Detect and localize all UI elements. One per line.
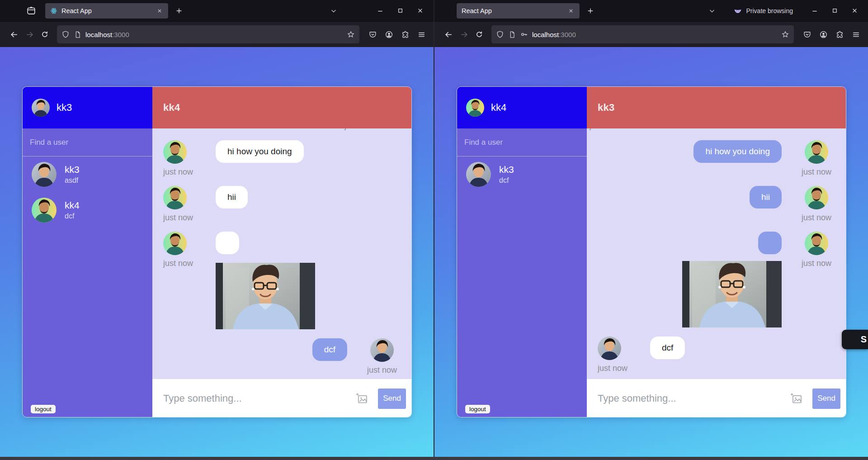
tab-close-icon[interactable]: [566, 6, 576, 16]
message-sent-with-image: just now: [598, 232, 836, 327]
forward-button[interactable]: [456, 27, 472, 42]
tab-react-app[interactable]: React App: [457, 3, 580, 19]
send-button[interactable]: Send: [378, 389, 406, 409]
message-input-bar: Send: [152, 379, 412, 417]
navigation-toolbar: localhost:3000: [434, 21, 868, 47]
my-avatar: [805, 186, 828, 209]
taskbar-strip: [0, 457, 868, 460]
forward-button[interactable]: [22, 27, 37, 42]
user-kk3-avatar: [32, 162, 57, 187]
message-bubble: hii: [750, 186, 782, 209]
user-list-item[interactable]: kk3 asdf: [23, 156, 152, 192]
chat-body: just now hi how you doing just now hii j…: [587, 128, 846, 417]
message-bubble: hii: [216, 186, 248, 209]
url-text[interactable]: localhost:3000: [85, 31, 343, 38]
account-icon[interactable]: [381, 27, 396, 42]
pocket-icon[interactable]: [799, 27, 815, 42]
reload-button[interactable]: [37, 27, 52, 42]
message-timestamp: just now: [367, 365, 397, 375]
firefox-view-button[interactable]: [24, 4, 39, 18]
saved-password-key-icon[interactable]: [520, 30, 528, 38]
user-search: [23, 128, 152, 156]
reload-button[interactable]: [472, 27, 487, 42]
peer-avatar: [598, 337, 621, 360]
user-search-input[interactable]: [30, 138, 145, 147]
back-button[interactable]: [441, 27, 456, 42]
close-window-button[interactable]: [844, 3, 864, 19]
minimize-button[interactable]: [805, 3, 825, 19]
messages-area: just now hi how you doing just now hii j…: [587, 128, 846, 379]
url-bar[interactable]: localhost:3000: [491, 25, 794, 43]
my-avatar: [32, 99, 50, 117]
message-timestamp: just now: [163, 213, 203, 223]
tab-react-app[interactable]: React App: [45, 3, 168, 19]
attach-image-icon[interactable]: [354, 391, 370, 406]
new-tab-button[interactable]: [583, 4, 598, 18]
photo-message: [682, 261, 782, 327]
message-received-with-image: just now: [163, 232, 401, 329]
user-list-item[interactable]: kk3 dcf: [457, 156, 587, 192]
my-avatar: [466, 99, 484, 117]
extensions-icon[interactable]: [397, 27, 413, 42]
list-all-tabs-chevron-icon[interactable]: [704, 4, 720, 18]
close-window-button[interactable]: [410, 3, 430, 19]
shield-icon[interactable]: [61, 30, 70, 38]
pocket-icon[interactable]: [365, 27, 380, 42]
send-button[interactable]: Send: [812, 389, 840, 409]
attach-image-icon[interactable]: [789, 391, 804, 406]
peer-avatar: [163, 140, 187, 164]
message-timestamp: just now: [802, 259, 831, 268]
message-sent: hi how you doing just now: [598, 140, 836, 177]
message-input[interactable]: [163, 393, 351, 404]
page-info-icon[interactable]: [74, 31, 81, 38]
extensions-icon[interactable]: [832, 27, 847, 42]
minimize-button[interactable]: [370, 3, 390, 19]
account-icon[interactable]: [816, 27, 831, 42]
shield-icon[interactable]: [496, 30, 504, 38]
menu-icon[interactable]: [414, 27, 429, 42]
chat-app-card: kk3 kk4 kk3 asdf: [22, 86, 412, 417]
user-name: kk3: [499, 164, 514, 175]
my-avatar: [805, 140, 828, 164]
url-text[interactable]: localhost:3000: [532, 31, 777, 38]
logout-button[interactable]: logout: [465, 405, 490, 413]
tab-close-icon[interactable]: [155, 6, 165, 16]
message-received: just now hii: [163, 186, 401, 223]
chat-peer-name: kk4: [163, 102, 180, 114]
tab-title: React App: [61, 7, 155, 14]
sidebar-header: kk3: [23, 87, 152, 128]
tab-title: React App: [462, 7, 566, 14]
chat-header: kk4: [152, 87, 412, 128]
url-bar[interactable]: localhost:3000: [57, 25, 359, 43]
message-input-bar: Send: [587, 379, 846, 417]
page-info-icon[interactable]: [508, 31, 516, 38]
scrolled-off-timestamp: just now: [344, 128, 374, 131]
message-sent: dcf just now: [163, 338, 401, 375]
maximize-button[interactable]: [390, 3, 410, 19]
message-bubble: dcf: [650, 337, 685, 359]
user-search-input[interactable]: [464, 138, 580, 147]
maximize-button[interactable]: [825, 3, 844, 19]
page-content: kk4 kk3 kk3 dcf logout: [434, 47, 868, 457]
logout-button[interactable]: logout: [31, 405, 56, 413]
menu-icon[interactable]: [848, 27, 863, 42]
message-timestamp: just now: [163, 167, 203, 177]
back-button[interactable]: [6, 27, 22, 42]
toolbar-icons: [798, 27, 863, 42]
peer-avatar: [163, 232, 187, 255]
user-kk3-avatar: [466, 162, 491, 187]
my-avatar: [370, 338, 394, 362]
my-username: kk4: [491, 102, 506, 114]
list-all-tabs-chevron-icon[interactable]: [326, 4, 341, 18]
my-username: kk3: [57, 102, 72, 114]
last-message-preview: dcf: [499, 176, 514, 185]
private-browsing-label: Private browsing: [746, 7, 793, 14]
bookmark-star-icon[interactable]: [781, 30, 789, 38]
new-tab-button[interactable]: [172, 4, 186, 18]
chat-header: kk3: [587, 87, 846, 128]
user-list-item[interactable]: kk4 dcf: [23, 192, 152, 228]
bookmark-star-icon[interactable]: [347, 30, 355, 38]
message-input[interactable]: [598, 393, 785, 404]
private-browsing-badge: Private browsing: [733, 6, 793, 15]
messages-area: just now just now hi how you doing just …: [152, 128, 412, 379]
